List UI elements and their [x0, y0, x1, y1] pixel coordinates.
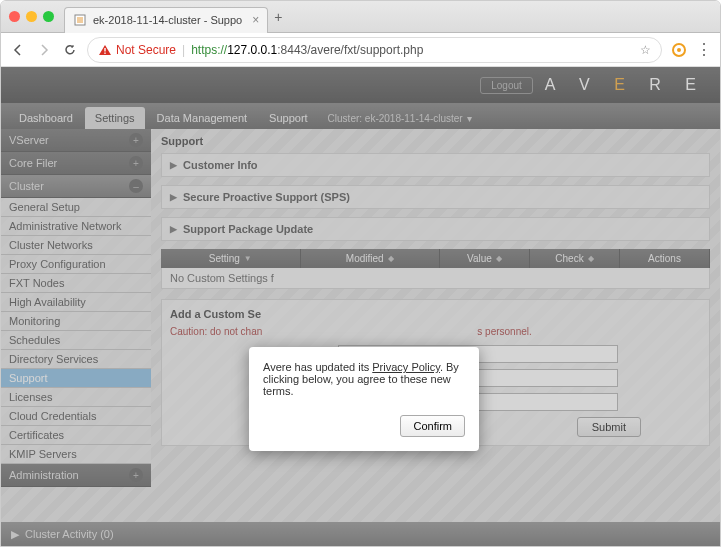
svg-rect-5	[104, 52, 105, 53]
close-window-icon[interactable]	[9, 11, 20, 22]
extension-icon[interactable]	[670, 41, 688, 59]
close-tab-icon[interactable]: ×	[252, 13, 259, 27]
browser-menu-icon[interactable]: ⋮	[696, 40, 712, 59]
new-tab-button[interactable]: +	[274, 9, 282, 25]
svg-point-7	[677, 48, 681, 52]
url-input[interactable]: Not Secure | https://127.0.0.1:8443/aver…	[87, 37, 662, 63]
modal-text: Avere has updated its Privacy Policy. By…	[263, 361, 465, 397]
reload-button[interactable]	[61, 41, 79, 59]
browser-tab[interactable]: ek-2018-11-14-cluster - Suppo ×	[64, 7, 268, 33]
browser-tab-bar: ek-2018-11-14-cluster - Suppo × +	[1, 1, 720, 33]
forward-button[interactable]	[35, 41, 53, 59]
minimize-window-icon[interactable]	[26, 11, 37, 22]
back-button[interactable]	[9, 41, 27, 59]
maximize-window-icon[interactable]	[43, 11, 54, 22]
not-secure-label: Not Secure	[116, 43, 176, 57]
warning-icon	[98, 43, 112, 57]
favicon-icon	[73, 13, 87, 27]
confirm-button[interactable]: Confirm	[400, 415, 465, 437]
privacy-policy-link[interactable]: Privacy Policy	[372, 361, 440, 373]
url-text: https://127.0.0.1:8443/avere/fxt/support…	[191, 43, 423, 57]
tab-title: ek-2018-11-14-cluster - Suppo	[93, 14, 242, 26]
svg-rect-4	[104, 48, 105, 52]
window-controls	[9, 11, 54, 22]
privacy-policy-modal: Avere has updated its Privacy Policy. By…	[249, 347, 479, 451]
address-bar: Not Secure | https://127.0.0.1:8443/aver…	[1, 33, 720, 67]
modal-overlay	[1, 67, 720, 546]
security-warning: Not Secure	[98, 43, 176, 57]
bookmark-icon[interactable]: ☆	[640, 43, 651, 57]
